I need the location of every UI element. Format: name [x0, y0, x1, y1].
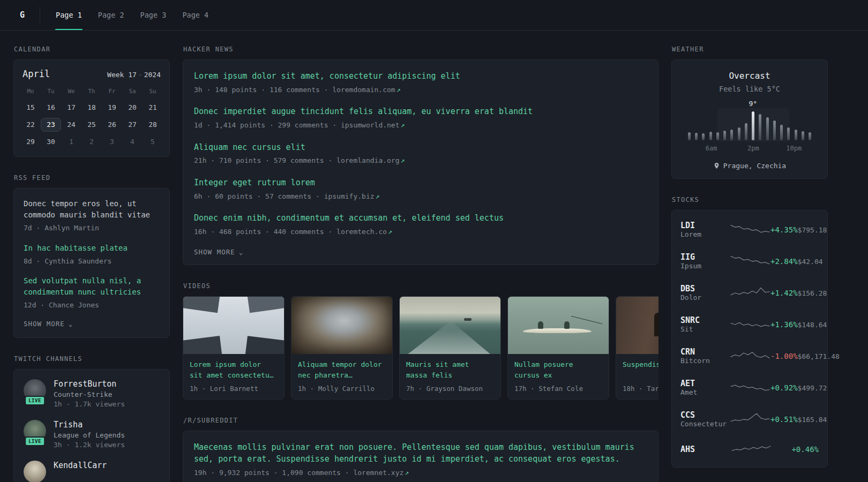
calendar-year: 2024: [144, 71, 161, 79]
weekday-label: Su: [143, 86, 163, 97]
calendar-day: 28: [143, 118, 163, 132]
channel-name-link[interactable]: ForrestBurton: [54, 379, 125, 389]
post-title-link[interactable]: Maecenas mollis pulvinar erat non posuer…: [194, 442, 647, 465]
story-domain-link[interactable]: loremdomain.com↗: [332, 86, 400, 94]
stock-spark-wrap: [730, 222, 770, 237]
tab-page-4[interactable]: Page 4: [174, 0, 216, 30]
channel-game: League of Legends: [54, 431, 125, 439]
stock-row[interactable]: SNRCSit +1.36%$148.64: [680, 308, 819, 340]
stock-ticker: IIG: [680, 252, 730, 262]
stock-row[interactable]: AETAmet +0.92%$499.72: [680, 372, 819, 403]
video-title-link[interactable]: Mauris sit amet massa felis: [400, 354, 500, 381]
hacker-news-show-more-button[interactable]: SHOW MORE ⌄: [194, 248, 243, 256]
rss-item-title-link[interactable]: Donec tempor eros leo, ut commodo mauris…: [24, 198, 160, 221]
rss-item-title-link[interactable]: Sed volutpat nulla nisl, a condimentum n…: [24, 275, 160, 298]
stock-row[interactable]: IIGIpsum +2.84%$42.04: [680, 245, 819, 277]
calendar-day: 15: [20, 101, 41, 115]
page-tabs: Page 1 Page 2 Page 3 Page 4: [48, 0, 216, 30]
twitch-channel-row[interactable]: LIVE ForrestBurton Counter-Strike 1h · 1…: [24, 379, 160, 408]
thumbnail-art: [464, 318, 472, 321]
tab-page-3[interactable]: Page 3: [132, 0, 175, 30]
stock-price: $42.04: [798, 258, 823, 266]
calendar-day: 5: [143, 135, 163, 149]
stock-price: $156.28: [798, 289, 827, 297]
story-title-link[interactable]: Aliquam nec cursus elit: [194, 142, 647, 154]
calendar-day: 23: [41, 118, 61, 132]
temperature-bar: [738, 127, 740, 140]
stock-id: IIGIpsum: [680, 252, 730, 270]
story-meta: 16h · 468 points · 440 comments · loremt…: [194, 227, 647, 237]
story-domain-link[interactable]: loremtech.co↗: [336, 228, 392, 236]
stock-ticker: CCS: [680, 410, 730, 420]
video-thumbnail[interactable]: [183, 297, 284, 354]
tab-page-2[interactable]: Page 2: [90, 0, 132, 30]
stock-row[interactable]: AHS +0.46%: [680, 435, 819, 464]
stock-spark-wrap: [730, 380, 770, 395]
time-axis-label: 10pm: [786, 145, 802, 152]
tab-page-1[interactable]: Page 1: [48, 0, 90, 30]
calendar-day: 18: [81, 101, 102, 115]
temperature-bar: [702, 133, 705, 141]
stock-spark-wrap: [730, 254, 770, 269]
top-bar: G Page 1 Page 2 Page 3 Page 4: [0, 0, 868, 31]
video-title-link[interactable]: Suspendisse diam: [616, 354, 659, 381]
temperature-bar: [787, 127, 790, 140]
video-title-link[interactable]: Aliquam tempor dolor nec pharetra…: [291, 354, 392, 381]
stock-row[interactable]: CRNBitcorn -1.00%$66,171.48: [680, 340, 819, 372]
stock-name: Consectetur: [680, 420, 727, 428]
show-more-label: SHOW MORE: [194, 248, 235, 256]
video-title-link[interactable]: Lorem ipsum dolor sit amet consectetu…: [183, 354, 284, 381]
video-thumbnail[interactable]: [616, 297, 659, 354]
story-stats: 6h · 60 points · 57 comments ·: [194, 192, 320, 200]
post-domain-link[interactable]: loremnet.xyz↗: [353, 469, 409, 477]
external-link-icon: ↗: [388, 228, 392, 236]
story-title-link[interactable]: Donec imperdiet augue tincidunt felis al…: [194, 106, 647, 118]
section-header-calendar: CALENDAR: [14, 46, 170, 53]
story-domain-link[interactable]: ipsumify.biz↗: [324, 192, 380, 200]
stock-sparkline: [730, 317, 770, 332]
story-domain-link[interactable]: ipsumworld.net↗: [341, 121, 405, 129]
video-title-link[interactable]: Nullam posuere cursus ex: [508, 354, 609, 381]
stock-quote: +2.84%$42.04: [770, 257, 823, 266]
video-thumbnail[interactable]: [508, 297, 609, 354]
calendar-day: 30: [41, 135, 61, 149]
stock-row[interactable]: LDILorem +4.35%$795.18: [680, 214, 819, 245]
stock-spark-wrap: [730, 285, 770, 300]
stock-quote: +0.51%$165.84: [770, 415, 827, 424]
stock-change: +1.42%: [770, 289, 798, 297]
channel-name-link[interactable]: KendallCarr: [54, 461, 107, 470]
stock-spark-wrap: [730, 349, 770, 364]
sparkline-path: [732, 446, 770, 450]
stock-name: Sit: [680, 325, 693, 333]
story-title-link[interactable]: Donec enim nibh, condimentum et accumsan…: [194, 213, 647, 224]
channel-name-link[interactable]: Trisha: [54, 420, 125, 430]
stock-ticker: AET: [680, 379, 730, 388]
story-title-link[interactable]: Integer eget rutrum lorem: [194, 177, 647, 189]
twitch-channel-row[interactable]: KendallCarr: [24, 461, 160, 482]
post-stats: 19h · 9,932 points · 1,090 comments ·: [194, 469, 349, 477]
story-meta: 21h · 710 points · 579 comments · loreml…: [194, 155, 647, 166]
show-more-label: SHOW MORE: [24, 320, 65, 328]
channel-info: Trisha League of Legends 3h · 1.2k viewe…: [54, 420, 125, 449]
stock-change: -1.00%: [770, 352, 798, 360]
calendar-day: 2: [81, 135, 102, 149]
calendar-header-row: April Week 17·2024: [14, 60, 169, 84]
calendar-day: 16: [41, 101, 61, 115]
videos-widget: VIDEOS Lorem ipsum dolor sit amet consec…: [183, 282, 659, 400]
stock-row[interactable]: DBSDolor +1.42%$156.28: [680, 277, 819, 308]
story-domain-link[interactable]: loremlandia.org↗: [336, 156, 405, 164]
weather-card: Overcast Feels like 5°C 9° 6am2pm10pm Pr…: [671, 59, 828, 179]
rss-item-title-link[interactable]: In hac habitasse platea: [24, 243, 160, 254]
story-title-link[interactable]: Lorem ipsum dolor sit amet, consectetur …: [194, 71, 647, 82]
twitch-channel-row[interactable]: LIVE Trisha League of Legends 3h · 1.2k …: [24, 420, 160, 449]
video-thumbnail[interactable]: [291, 297, 392, 354]
external-link-icon: ↗: [401, 121, 405, 129]
stock-quote: +4.35%$795.18: [770, 225, 827, 234]
rss-show-more-button[interactable]: SHOW MORE ⌄: [24, 320, 73, 328]
video-thumbnail[interactable]: [400, 297, 500, 354]
channel-viewers: 1h · 1.7k viewers: [54, 400, 125, 408]
stock-change: +4.35%: [770, 225, 798, 234]
story-domain: ipsumify.biz: [324, 192, 375, 200]
stock-row[interactable]: CCSConsectetur +0.51%$165.84: [680, 403, 819, 435]
stock-quote: +1.42%$156.28: [770, 289, 827, 297]
